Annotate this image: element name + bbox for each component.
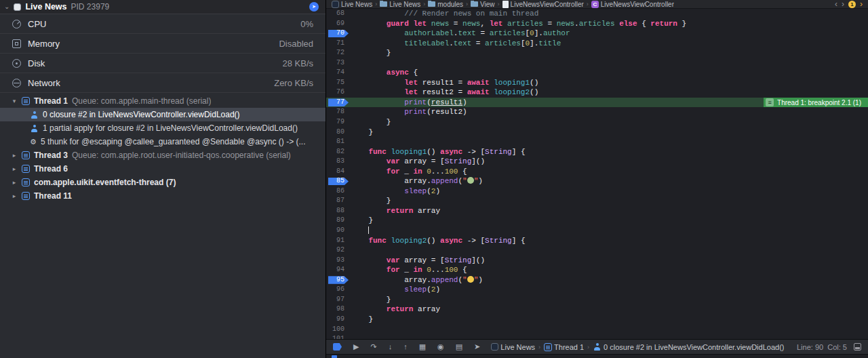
- code-text[interactable]: return array: [351, 304, 868, 315]
- disclosure-chevron-icon[interactable]: ▸: [11, 193, 18, 199]
- line-gutter[interactable]: 92: [326, 245, 351, 256]
- line-gutter[interactable]: 68: [326, 9, 351, 19]
- line-gutter[interactable]: 100: [326, 325, 351, 335]
- back-chevron-icon[interactable]: ‹: [835, 0, 837, 8]
- code-text[interactable]: sleep(2): [351, 186, 868, 197]
- environment-overrides-icon[interactable]: ▤: [456, 343, 462, 351]
- line-gutter[interactable]: 84: [326, 167, 351, 177]
- code-text[interactable]: titleLabel.text = articles[0].title: [351, 39, 868, 49]
- breakpoints-toggle-icon[interactable]: [333, 343, 342, 351]
- code-line[interactable]: 94 for _ in 0...100 {: [326, 265, 868, 275]
- line-gutter[interactable]: 83: [326, 157, 351, 167]
- code-text[interactable]: sleep(2): [351, 285, 868, 295]
- code-line[interactable]: 80 }: [326, 127, 868, 138]
- breadcrumb-item[interactable]: LiveNewsViewController: [502, 1, 584, 8]
- line-gutter[interactable]: 75: [326, 78, 351, 88]
- code-line[interactable]: 92: [326, 245, 868, 256]
- line-gutter[interactable]: 95: [326, 275, 351, 285]
- thread-row[interactable]: ▸Thread 6: [0, 162, 326, 176]
- thread-row[interactable]: ▸Thread 3Queue: com.apple.root.user-init…: [0, 148, 326, 162]
- breadcrumb-item[interactable]: View: [471, 1, 495, 8]
- code-text[interactable]: array.append(""): [351, 275, 868, 285]
- code-line[interactable]: 98 return array: [326, 304, 868, 315]
- line-gutter[interactable]: 80: [326, 127, 351, 138]
- issues-chevron-icon[interactable]: ›: [860, 0, 863, 8]
- line-gutter[interactable]: 99: [326, 315, 351, 325]
- code-text[interactable]: print(result1): [351, 98, 764, 108]
- step-out-icon[interactable]: ↑: [403, 343, 408, 351]
- code-text[interactable]: }: [351, 315, 868, 325]
- code-text[interactable]: async {: [351, 68, 868, 78]
- code-line[interactable]: 88 return array: [326, 206, 868, 216]
- code-text[interactable]: var array = [String](): [351, 157, 868, 167]
- line-gutter[interactable]: 85: [326, 176, 351, 186]
- disclosure-chevron-icon[interactable]: ▸: [11, 152, 18, 159]
- code-text[interactable]: /// Render news on main thread: [351, 9, 868, 19]
- thread-row[interactable]: ▸Thread 11: [0, 189, 326, 203]
- line-gutter[interactable]: 76: [326, 87, 351, 98]
- code-text[interactable]: [351, 325, 868, 335]
- code-line[interactable]: 89 }: [326, 216, 868, 226]
- forward-chevron-icon[interactable]: ›: [842, 0, 844, 8]
- stack-frame-row[interactable]: 0 closure #2 in LiveNewsViewController.v…: [0, 108, 326, 121]
- code-text[interactable]: }: [351, 295, 868, 305]
- code-text[interactable]: for _ in 0...100 {: [351, 265, 868, 275]
- code-text[interactable]: authorLabel.text = articles[0].author: [351, 28, 868, 39]
- line-gutter[interactable]: 72: [326, 48, 351, 58]
- thread-row[interactable]: ▸com.apple.uikit.eventfetch-thread (7): [0, 176, 326, 189]
- code-line[interactable]: 95 array.append(""): [326, 275, 868, 285]
- execution-pointer-annotation[interactable]: ≡Thread 1: breakpoint 2.1 (1): [764, 98, 868, 108]
- breadcrumb-item[interactable]: LiveNewsViewController: [591, 1, 674, 8]
- process-row[interactable]: ⌄ Live News PID 23979 ➤: [0, 0, 326, 14]
- code-text[interactable]: let result2 = await looping2(): [351, 87, 868, 98]
- line-gutter[interactable]: 88: [326, 206, 351, 216]
- debug-breadcrumb-item[interactable]: Live News: [491, 343, 535, 351]
- code-line[interactable]: 78 print(result2): [326, 107, 868, 117]
- code-text[interactable]: [351, 58, 868, 68]
- code-text[interactable]: var array = [String](): [351, 256, 868, 266]
- code-line[interactable]: 75 let result1 = await looping1(): [326, 78, 868, 88]
- code-line[interactable]: 76 let result2 = await looping2(): [326, 87, 868, 98]
- code-text[interactable]: array.append(""): [351, 176, 868, 186]
- collapse-chevron-icon[interactable]: ⌄: [4, 3, 9, 10]
- line-gutter[interactable]: 82: [326, 147, 351, 157]
- code-line[interactable]: 91 func looping2() async -> [String] {: [326, 236, 868, 246]
- breadcrumb-item[interactable]: Live News: [332, 1, 372, 8]
- code-line[interactable]: 84 for _ in 0...100 {: [326, 167, 868, 177]
- disclosure-chevron-icon[interactable]: ▸: [11, 179, 18, 186]
- variables-view-partial[interactable]: [326, 354, 868, 358]
- line-gutter[interactable]: 69: [326, 19, 351, 29]
- simulate-location-icon[interactable]: ➤: [474, 343, 480, 351]
- line-gutter[interactable]: 91: [326, 236, 351, 246]
- console-toggle-icon[interactable]: [854, 343, 861, 351]
- code-line[interactable]: 96 sleep(2): [326, 285, 868, 295]
- code-line[interactable]: 99 }: [326, 315, 868, 325]
- breadcrumb-item[interactable]: modules: [428, 1, 463, 8]
- code-line[interactable]: 86 sleep(2): [326, 186, 868, 197]
- debug-breadcrumb-item[interactable]: Thread 1: [544, 343, 584, 351]
- line-gutter[interactable]: 73: [326, 58, 351, 68]
- code-line[interactable]: 73: [326, 58, 868, 68]
- line-gutter[interactable]: 93: [326, 256, 351, 266]
- stack-frame-row[interactable]: 1 partial apply for closure #2 in LiveNe…: [0, 121, 326, 135]
- code-text[interactable]: }: [351, 117, 868, 127]
- code-line[interactable]: 79 }: [326, 117, 868, 127]
- breadcrumb-item[interactable]: Live News: [380, 1, 420, 8]
- code-text[interactable]: [351, 226, 868, 236]
- gauge-row-memory[interactable]: MemoryDisabled: [0, 34, 326, 54]
- code-line[interactable]: 70 authorLabel.text = articles[0].author: [326, 28, 868, 39]
- code-line[interactable]: 72 }: [326, 48, 868, 58]
- code-line[interactable]: 83 var array = [String](): [326, 157, 868, 167]
- code-line[interactable]: 93 var array = [String](): [326, 256, 868, 266]
- line-gutter[interactable]: 94: [326, 265, 351, 275]
- step-into-icon[interactable]: ↓: [389, 343, 393, 351]
- line-gutter[interactable]: 97: [326, 295, 351, 305]
- code-text[interactable]: }: [351, 127, 868, 138]
- step-over-icon[interactable]: ↷: [370, 343, 376, 351]
- code-text[interactable]: func looping2() async -> [String] {: [351, 236, 868, 246]
- code-line[interactable]: 85 array.append(""): [326, 176, 868, 186]
- stack-frame-row[interactable]: ⚙5 thunk for @escaping @callee_guarantee…: [0, 135, 326, 148]
- code-line[interactable]: 82 func looping1() async -> [String] {: [326, 147, 868, 157]
- code-editor[interactable]: 68 /// Render news on main thread69 guar…: [326, 9, 868, 339]
- line-gutter[interactable]: 78: [326, 107, 351, 117]
